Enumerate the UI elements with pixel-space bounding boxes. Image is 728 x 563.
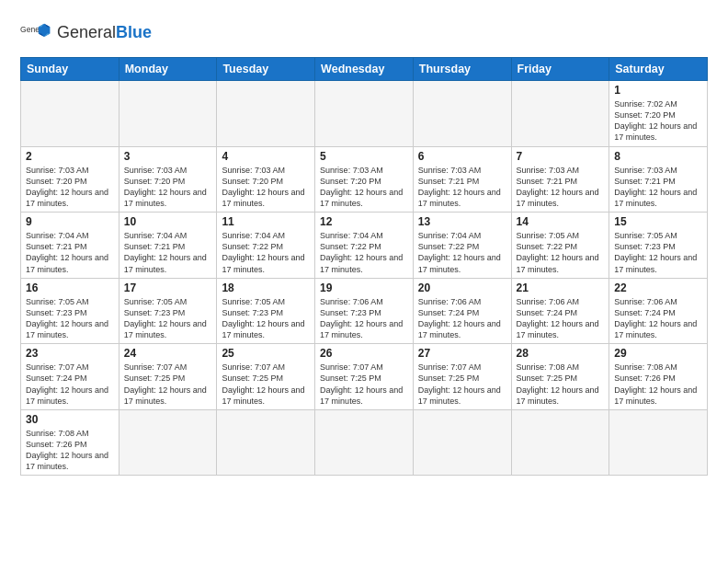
day-info: Sunrise: 7:02 AM Sunset: 7:20 PM Dayligh… (614, 98, 702, 144)
weekday-header-tuesday: Tuesday (217, 58, 315, 81)
calendar-cell (119, 81, 217, 147)
day-number: 14 (517, 215, 605, 228)
weekday-header-saturday: Saturday (609, 58, 708, 81)
day-number: 18 (222, 282, 310, 294)
day-number: 28 (517, 347, 605, 360)
calendar-cell: 27Sunrise: 7:07 AM Sunset: 7:25 PM Dayli… (413, 344, 511, 410)
day-number: 7 (517, 150, 605, 163)
day-number: 4 (222, 150, 310, 163)
day-number: 8 (614, 150, 702, 163)
day-info: Sunrise: 7:05 AM Sunset: 7:23 PM Dayligh… (614, 230, 702, 275)
day-number: 15 (614, 215, 702, 228)
day-info: Sunrise: 7:07 AM Sunset: 7:25 PM Dayligh… (320, 362, 408, 407)
day-number: 19 (320, 282, 408, 294)
calendar-cell: 1Sunrise: 7:02 AM Sunset: 7:20 PM Daylig… (609, 81, 708, 147)
weekday-header-row: SundayMondayTuesdayWednesdayThursdayFrid… (21, 58, 708, 81)
day-number: 30 (26, 413, 114, 426)
day-number: 20 (418, 282, 506, 294)
calendar-cell: 28Sunrise: 7:08 AM Sunset: 7:25 PM Dayli… (511, 344, 609, 410)
day-info: Sunrise: 7:07 AM Sunset: 7:25 PM Dayligh… (124, 362, 212, 407)
logo-svg: General (20, 17, 53, 50)
day-number: 12 (320, 215, 408, 228)
day-number: 1 (614, 84, 702, 97)
calendar-cell (413, 409, 511, 476)
day-info: Sunrise: 7:04 AM Sunset: 7:21 PM Dayligh… (26, 230, 114, 275)
calendar-cell: 22Sunrise: 7:06 AM Sunset: 7:24 PM Dayli… (609, 278, 708, 344)
day-number: 23 (26, 347, 114, 360)
calendar-cell (609, 409, 708, 476)
calendar-week-5: 30Sunrise: 7:08 AM Sunset: 7:26 PM Dayli… (21, 409, 708, 476)
calendar-cell: 15Sunrise: 7:05 AM Sunset: 7:23 PM Dayli… (609, 213, 708, 279)
day-number: 3 (124, 150, 212, 163)
calendar-cell: 29Sunrise: 7:08 AM Sunset: 7:26 PM Dayli… (609, 344, 708, 410)
day-info: Sunrise: 7:06 AM Sunset: 7:24 PM Dayligh… (517, 296, 605, 341)
calendar-cell: 26Sunrise: 7:07 AM Sunset: 7:25 PM Dayli… (315, 344, 414, 410)
day-info: Sunrise: 7:04 AM Sunset: 7:22 PM Dayligh… (222, 230, 310, 275)
day-number: 17 (124, 282, 212, 294)
day-info: Sunrise: 7:05 AM Sunset: 7:23 PM Dayligh… (26, 296, 114, 341)
calendar-cell: 5Sunrise: 7:03 AM Sunset: 7:20 PM Daylig… (315, 146, 414, 213)
day-info: Sunrise: 7:03 AM Sunset: 7:20 PM Dayligh… (26, 165, 114, 210)
day-info: Sunrise: 7:03 AM Sunset: 7:20 PM Dayligh… (124, 165, 212, 210)
calendar-cell: 19Sunrise: 7:06 AM Sunset: 7:23 PM Dayli… (315, 278, 414, 344)
day-info: Sunrise: 7:03 AM Sunset: 7:21 PM Dayligh… (614, 165, 702, 210)
day-number: 24 (124, 347, 212, 360)
day-info: Sunrise: 7:06 AM Sunset: 7:23 PM Dayligh… (320, 296, 408, 341)
day-number: 10 (124, 215, 212, 228)
calendar-cell (413, 81, 511, 147)
weekday-header-thursday: Thursday (413, 58, 511, 81)
header: General GeneralBlue (20, 17, 708, 50)
day-number: 29 (614, 347, 702, 360)
calendar-cell: 6Sunrise: 7:03 AM Sunset: 7:21 PM Daylig… (413, 146, 511, 213)
calendar-cell (315, 409, 414, 476)
calendar-cell: 20Sunrise: 7:06 AM Sunset: 7:24 PM Dayli… (413, 278, 511, 344)
day-info: Sunrise: 7:03 AM Sunset: 7:21 PM Dayligh… (418, 165, 506, 210)
day-info: Sunrise: 7:03 AM Sunset: 7:20 PM Dayligh… (222, 165, 310, 210)
calendar-week-4: 23Sunrise: 7:07 AM Sunset: 7:24 PM Dayli… (21, 344, 708, 410)
day-info: Sunrise: 7:07 AM Sunset: 7:25 PM Dayligh… (222, 362, 310, 407)
day-number: 27 (418, 347, 506, 360)
calendar-cell: 16Sunrise: 7:05 AM Sunset: 7:23 PM Dayli… (21, 278, 119, 344)
calendar-week-2: 9Sunrise: 7:04 AM Sunset: 7:21 PM Daylig… (21, 213, 708, 279)
calendar-cell: 2Sunrise: 7:03 AM Sunset: 7:20 PM Daylig… (21, 146, 119, 213)
calendar-week-1: 2Sunrise: 7:03 AM Sunset: 7:20 PM Daylig… (21, 146, 708, 213)
calendar-cell: 30Sunrise: 7:08 AM Sunset: 7:26 PM Dayli… (21, 409, 119, 476)
calendar-cell (21, 81, 119, 147)
day-info: Sunrise: 7:03 AM Sunset: 7:21 PM Dayligh… (517, 165, 605, 210)
day-info: Sunrise: 7:03 AM Sunset: 7:20 PM Dayligh… (320, 165, 408, 210)
calendar-cell (217, 81, 315, 147)
calendar-cell: 12Sunrise: 7:04 AM Sunset: 7:22 PM Dayli… (315, 213, 414, 279)
calendar-week-3: 16Sunrise: 7:05 AM Sunset: 7:23 PM Dayli… (21, 278, 708, 344)
calendar-cell: 18Sunrise: 7:05 AM Sunset: 7:23 PM Dayli… (217, 278, 315, 344)
day-info: Sunrise: 7:08 AM Sunset: 7:26 PM Dayligh… (26, 428, 114, 473)
calendar-cell: 21Sunrise: 7:06 AM Sunset: 7:24 PM Dayli… (511, 278, 609, 344)
calendar-table: SundayMondayTuesdayWednesdayThursdayFrid… (20, 57, 708, 476)
weekday-header-friday: Friday (511, 58, 609, 81)
day-info: Sunrise: 7:06 AM Sunset: 7:24 PM Dayligh… (614, 296, 702, 341)
calendar-cell: 14Sunrise: 7:05 AM Sunset: 7:22 PM Dayli… (511, 213, 609, 279)
day-info: Sunrise: 7:05 AM Sunset: 7:23 PM Dayligh… (124, 296, 212, 341)
day-info: Sunrise: 7:06 AM Sunset: 7:24 PM Dayligh… (418, 296, 506, 341)
day-info: Sunrise: 7:08 AM Sunset: 7:26 PM Dayligh… (614, 362, 702, 407)
day-info: Sunrise: 7:04 AM Sunset: 7:22 PM Dayligh… (418, 230, 506, 275)
calendar-cell: 13Sunrise: 7:04 AM Sunset: 7:22 PM Dayli… (413, 213, 511, 279)
calendar-week-0: 1Sunrise: 7:02 AM Sunset: 7:20 PM Daylig… (21, 81, 708, 147)
calendar-cell (315, 81, 414, 147)
calendar-cell (217, 409, 315, 476)
day-number: 2 (26, 150, 114, 163)
day-number: 9 (26, 215, 114, 228)
calendar-cell: 25Sunrise: 7:07 AM Sunset: 7:25 PM Dayli… (217, 344, 315, 410)
day-number: 25 (222, 347, 310, 360)
weekday-header-monday: Monday (119, 58, 217, 81)
day-info: Sunrise: 7:05 AM Sunset: 7:22 PM Dayligh… (517, 230, 605, 275)
day-info: Sunrise: 7:08 AM Sunset: 7:25 PM Dayligh… (517, 362, 605, 407)
day-info: Sunrise: 7:07 AM Sunset: 7:25 PM Dayligh… (418, 362, 506, 407)
day-info: Sunrise: 7:05 AM Sunset: 7:23 PM Dayligh… (222, 296, 310, 341)
weekday-header-wednesday: Wednesday (315, 58, 414, 81)
calendar-cell (511, 409, 609, 476)
day-number: 26 (320, 347, 408, 360)
calendar-cell: 7Sunrise: 7:03 AM Sunset: 7:21 PM Daylig… (511, 146, 609, 213)
day-number: 22 (614, 282, 702, 294)
page: General GeneralBlue SundayMondayTuesdayW… (0, 0, 728, 485)
day-info: Sunrise: 7:04 AM Sunset: 7:22 PM Dayligh… (320, 230, 408, 275)
